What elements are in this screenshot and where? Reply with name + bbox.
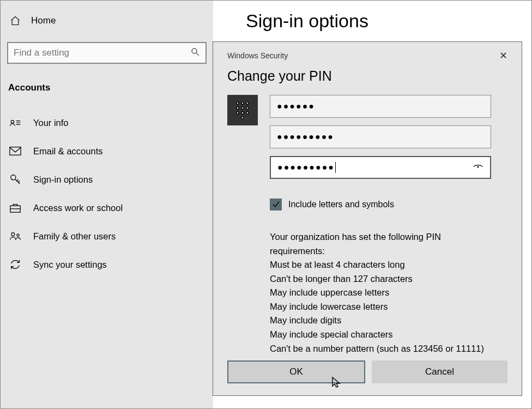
pin-mask: ●●●●●●●●● [277,132,334,142]
svg-point-0 [192,49,197,53]
home-label: Home [31,15,56,26]
requirement-line: May include digits [270,314,491,328]
pin-mask: ●●●●●●●●● [277,163,335,172]
svg-point-12 [246,107,249,109]
sidebar-item-label: Family & other users [33,231,116,242]
briefcase-icon [9,202,21,214]
svg-rect-2 [10,147,21,155]
svg-point-6 [17,234,19,236]
requirements-block: Your organization has set the following … [270,230,491,356]
requirement-line: Can't be a number pattern (such as 12345… [270,342,491,356]
svg-point-13 [237,112,239,114]
svg-point-9 [246,102,249,104]
pin-mask: ●●●●●● [277,101,315,111]
svg-point-10 [237,107,239,109]
change-pin-dialog: Windows Security ✕ Change your PIN ●●●●●… [213,41,522,396]
checkbox-label: Include letters and symbols [288,200,394,209]
requirement-line: Can't be longer than 127 characters [270,272,491,286]
home-button[interactable]: Home [7,11,207,30]
sidebar-item-label: Access work or school [33,203,123,213]
svg-point-5 [11,233,15,236]
search-field[interactable] [14,47,190,58]
sync-icon [9,258,21,270]
requirement-line: May include lowercase letters [270,300,491,314]
sidebar-item-family[interactable]: Family & other users [7,222,207,250]
svg-point-15 [246,112,249,114]
close-icon[interactable]: ✕ [499,50,507,62]
dialog-title: Change your PIN [227,68,507,84]
search-input[interactable] [7,42,207,64]
cancel-label: Cancel [425,366,454,377]
people-icon [9,230,21,242]
cancel-button[interactable]: Cancel [372,360,507,383]
sidebar-item-label: Email & accounts [33,146,102,157]
confirm-pin-field[interactable]: ●●●●●●●●● [270,156,491,179]
new-pin-field[interactable]: ●●●●●●●●● [270,125,491,148]
mail-icon [9,145,21,157]
section-title: Accounts [7,82,207,109]
svg-point-7 [237,102,239,104]
search-icon [190,47,200,59]
key-icon [9,173,21,185]
dialog-header: Windows Security [227,51,288,60]
sidebar-item-signin[interactable]: Sign-in options [7,165,207,194]
home-icon [9,15,21,27]
sidebar-item-label: Your info [33,118,69,128]
svg-point-11 [241,107,244,109]
sidebar-item-work-school[interactable]: Access work or school [7,194,207,222]
requirement-line: May include special characters [270,328,491,342]
sidebar-item-your-info[interactable]: Your info [7,109,207,137]
svg-point-8 [241,102,244,104]
sidebar-item-sync[interactable]: Sync your settings [7,250,207,279]
svg-point-17 [477,166,479,167]
requirement-line: May include uppercase letters [270,286,491,300]
sidebar: Home Accounts Your info Email & accounts [1,1,213,408]
svg-point-16 [241,117,244,119]
svg-point-1 [11,121,14,123]
sidebar-item-label: Sync your settings [33,260,107,270]
current-pin-field[interactable]: ●●●●●● [270,95,491,118]
keypad-icon [227,95,258,125]
include-symbols-checkbox[interactable]: Include letters and symbols [270,199,491,210]
sidebar-item-label: Sign-in options [33,175,93,185]
svg-point-3 [11,175,16,180]
page-title: Sign-in options [246,10,531,32]
ok-label: OK [289,366,303,377]
user-card-icon [9,117,21,129]
requirement-line: Must be at least 4 characters long [270,258,491,272]
checkbox-icon [270,199,282,210]
reveal-password-icon[interactable] [473,163,483,172]
svg-point-14 [241,112,244,114]
requirements-title: Your organization has set the following … [270,230,491,258]
ok-button[interactable]: OK [227,360,365,383]
sidebar-item-email[interactable]: Email & accounts [7,137,207,165]
